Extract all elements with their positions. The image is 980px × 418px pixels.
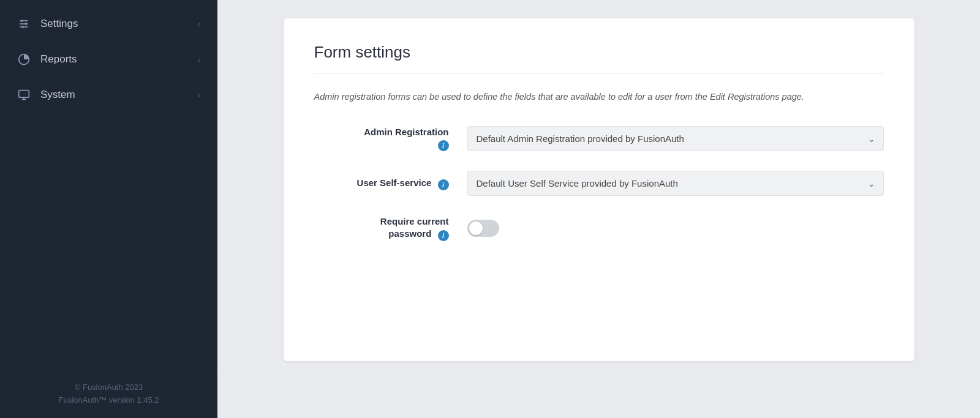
page-title: Form settings xyxy=(314,43,884,62)
reports-chevron: ‹ xyxy=(198,55,200,64)
system-chevron: ‹ xyxy=(198,91,200,100)
svg-rect-7 xyxy=(19,91,29,98)
sidebar-item-system-label: System xyxy=(40,89,75,101)
user-self-service-label: User Self-service i xyxy=(357,177,449,190)
admin-registration-select-wrapper: Default Admin Registration provided by F… xyxy=(467,126,884,151)
require-password-toggle-wrapper xyxy=(467,220,884,237)
sidebar-item-settings-label: Settings xyxy=(40,18,78,30)
sidebar-item-reports-label: Reports xyxy=(40,53,77,65)
user-self-service-select[interactable]: Default User Self Service provided by Fu… xyxy=(467,171,884,196)
reports-icon xyxy=(17,53,31,66)
footer-version: FusionAuth™ version 1.45.2 xyxy=(17,394,200,407)
user-self-service-row: User Self-service i Default User Self Se… xyxy=(314,171,884,196)
require-password-label-line2: password i xyxy=(388,228,448,241)
content-card: Form settings Admin registration forms c… xyxy=(284,18,914,361)
user-self-service-select-wrapper: Default User Self Service provided by Fu… xyxy=(467,171,884,196)
footer-copyright: © FusionAuth 2023 xyxy=(17,381,200,394)
require-password-info-icon[interactable]: i xyxy=(438,230,449,241)
description: Admin registration forms can be used to … xyxy=(314,91,865,104)
admin-registration-label: Admin Registration xyxy=(364,126,448,138)
sidebar: Settings ‹ Reports ‹ xyxy=(0,0,217,418)
system-icon xyxy=(17,88,31,102)
require-password-toggle[interactable] xyxy=(467,220,499,237)
require-password-label-line1: Require current xyxy=(380,215,449,228)
admin-registration-info-icon[interactable]: i xyxy=(438,140,449,151)
divider xyxy=(314,73,884,73)
toggle-knob xyxy=(469,222,483,235)
sidebar-footer: © FusionAuth 2023 FusionAuth™ version 1.… xyxy=(0,370,217,418)
user-self-service-info-icon[interactable]: i xyxy=(438,179,449,190)
svg-point-5 xyxy=(22,26,24,28)
sidebar-nav: Settings ‹ Reports ‹ xyxy=(0,0,217,370)
admin-registration-select[interactable]: Default Admin Registration provided by F… xyxy=(467,126,884,151)
svg-point-3 xyxy=(21,20,23,21)
require-password-row: Require current password i xyxy=(314,215,884,241)
svg-point-4 xyxy=(25,23,27,24)
sidebar-item-settings[interactable]: Settings ‹ xyxy=(0,6,217,42)
main-wrapper: Form settings Admin registration forms c… xyxy=(217,0,980,418)
settings-icon xyxy=(17,17,31,31)
sidebar-item-system[interactable]: System ‹ xyxy=(0,77,217,113)
settings-chevron: ‹ xyxy=(198,20,200,29)
sidebar-item-reports[interactable]: Reports ‹ xyxy=(0,42,217,77)
admin-registration-row: Admin Registration i Default Admin Regis… xyxy=(314,126,884,152)
